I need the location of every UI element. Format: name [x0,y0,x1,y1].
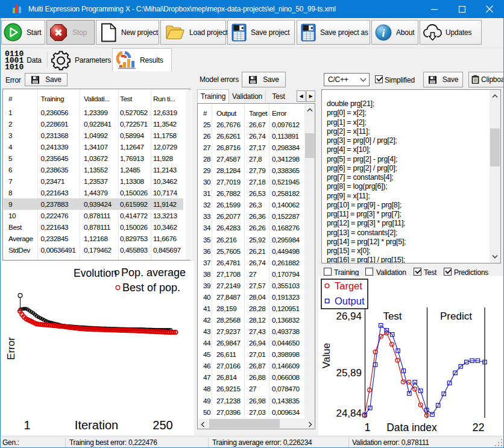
svg-text:i: i [382,27,385,39]
svg-text:Target: Target [335,280,362,291]
svg-text:24,84: 24,84 [336,408,362,419]
svg-text:1: 1 [24,418,30,432]
svg-text:26,94: 26,94 [336,311,362,322]
svg-text:Data index: Data index [386,421,437,434]
svg-text:Predict: Predict [440,311,472,322]
svg-text:Test: Test [383,311,402,322]
svg-text:Output: Output [335,295,365,306]
svg-text:Pop. average: Pop. average [121,267,186,279]
svg-text:Value: Value [321,343,332,368]
svg-text:Error: Error [5,337,17,360]
svg-text:25,89: 25,89 [336,367,362,379]
svg-text:Evolution: Evolution [74,267,117,279]
svg-text:250: 250 [153,418,172,432]
svg-text:1: 1 [364,421,370,434]
svg-text:Best of pop.: Best of pop. [122,282,180,294]
svg-text:22: 22 [472,421,484,434]
svg-text:Iteration: Iteration [75,418,118,432]
